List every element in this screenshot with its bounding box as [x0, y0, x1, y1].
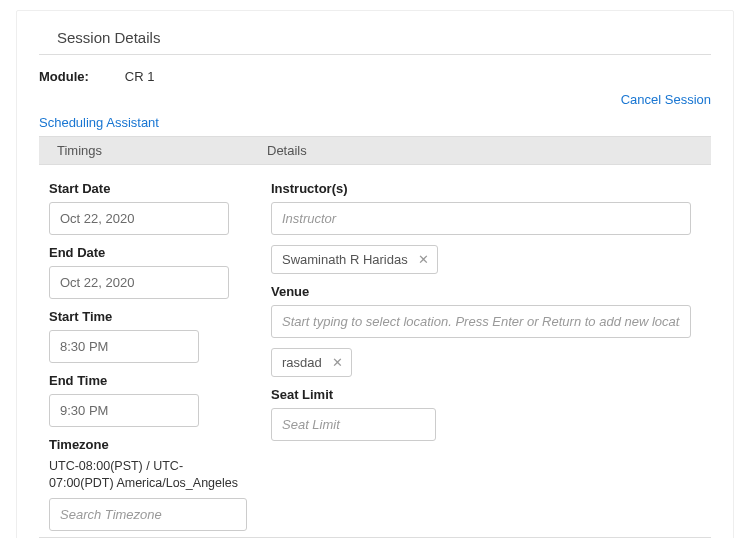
timings-column: Start Date End Date Start Time End Time … [49, 177, 247, 531]
column-header-details: Details [249, 137, 711, 164]
module-value: CR 1 [125, 69, 155, 84]
end-time-input[interactable] [49, 394, 199, 427]
columns-header: Timings Details [39, 136, 711, 165]
venue-input[interactable] [271, 305, 691, 338]
venue-chip[interactable]: rasdad ✕ [271, 348, 352, 377]
venue-chips: rasdad ✕ [271, 348, 691, 377]
session-details-panel: Session Details Module: CR 1 Cancel Sess… [16, 10, 734, 538]
page-title: Session Details [57, 29, 711, 46]
chip-remove-icon[interactable]: ✕ [332, 355, 343, 370]
end-time-label: End Time [49, 373, 247, 388]
venue-label: Venue [271, 284, 691, 299]
timezone-display: UTC-08:00(PST) / UTC-07:00(PDT) America/… [49, 458, 247, 492]
module-label: Module: [39, 69, 89, 84]
start-time-label: Start Time [49, 309, 247, 324]
module-row: Module: CR 1 [39, 55, 711, 88]
instructors-input[interactable] [271, 202, 691, 235]
form-body: Start Date End Date Start Time End Time … [39, 165, 711, 537]
end-date-input[interactable] [49, 266, 229, 299]
start-date-label: Start Date [49, 181, 247, 196]
start-date-input[interactable] [49, 202, 229, 235]
timezone-label: Timezone [49, 437, 247, 452]
venue-chip-label: rasdad [282, 355, 322, 370]
column-header-timings: Timings [39, 137, 249, 164]
cancel-session-row: Cancel Session [39, 88, 711, 115]
details-column: Instructor(s) Swaminath R Haridas ✕ Venu… [271, 177, 691, 531]
seat-limit-label: Seat Limit [271, 387, 691, 402]
timezone-search-input[interactable] [49, 498, 247, 531]
instructor-chip-label: Swaminath R Haridas [282, 252, 408, 267]
scheduling-assistant-link[interactable]: Scheduling Assistant [39, 115, 159, 136]
seat-limit-input[interactable] [271, 408, 436, 441]
cancel-session-link[interactable]: Cancel Session [621, 92, 711, 107]
instructors-label: Instructor(s) [271, 181, 691, 196]
chip-remove-icon[interactable]: ✕ [418, 252, 429, 267]
instructor-chip[interactable]: Swaminath R Haridas ✕ [271, 245, 438, 274]
panel-header: Session Details [39, 23, 711, 55]
end-date-label: End Date [49, 245, 247, 260]
instructor-chips: Swaminath R Haridas ✕ [271, 245, 691, 274]
start-time-input[interactable] [49, 330, 199, 363]
